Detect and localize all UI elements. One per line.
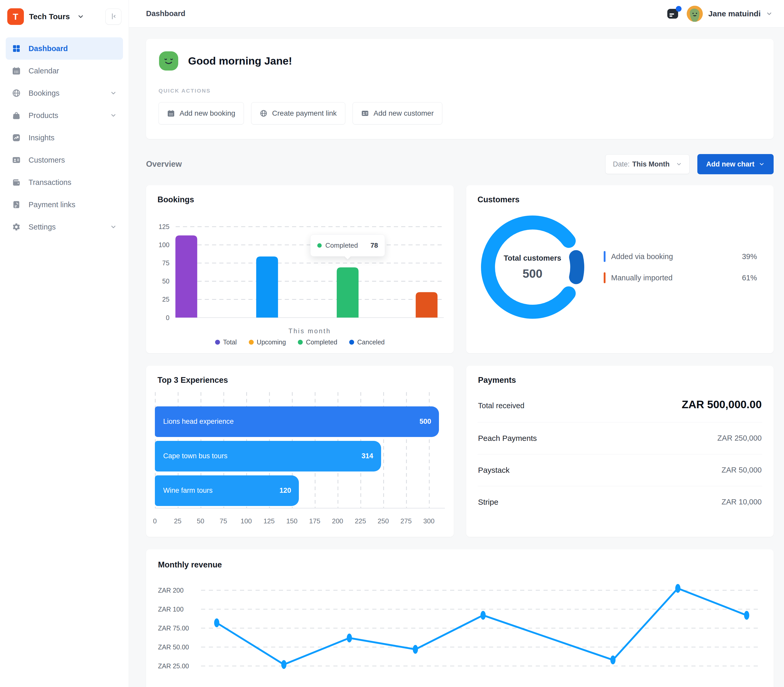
globe-icon [12, 89, 21, 97]
hbar-cape-town-bus-tours[interactable]: Cape town bus tours314 [155, 441, 381, 472]
hbar-label: Wine farm tours [155, 486, 213, 495]
monthly-revenue-card: Monthly revenue ZAR 200ZAR 100ZAR 75.00Z… [146, 549, 774, 687]
insights-icon [12, 133, 21, 142]
customers-card-title: Customers [475, 195, 765, 204]
legend-label: Added via booking [611, 252, 673, 261]
svg-text:ZAR 200: ZAR 200 [158, 587, 184, 594]
quick-action-label: Add new booking [180, 109, 235, 117]
legend-label: Total [223, 339, 237, 346]
provider-amount: ZAR 250,000 [717, 434, 762, 442]
x-tick-label: 150 [286, 517, 297, 525]
hbar-value: 314 [362, 452, 373, 460]
line-point[interactable] [347, 634, 352, 643]
greeting-title: Good morning Jane! [188, 55, 292, 67]
add-new-customer-button[interactable]: Add new customer [352, 102, 442, 125]
line-point[interactable] [214, 618, 219, 627]
avatar [687, 5, 703, 22]
line-point[interactable] [675, 584, 680, 593]
legend-item-completed: Completed [298, 339, 337, 346]
create-payment-link-button[interactable]: Create payment link [251, 102, 345, 125]
company-name: Tech Tours [29, 12, 70, 21]
svg-text:25: 25 [162, 296, 170, 303]
greeting-card: Good morning Jane! QUICK ACTIONS Add new… [146, 39, 774, 139]
sidebar-item-label: Products [28, 111, 58, 120]
sidebar-item-settings[interactable]: Settings [6, 216, 123, 238]
svg-text:75: 75 [162, 259, 170, 266]
x-tick-label: 225 [355, 517, 366, 525]
bar-completed[interactable] [337, 267, 359, 317]
user-name: Jane matuindi [708, 9, 761, 18]
line-point[interactable] [611, 655, 616, 664]
svg-text:50: 50 [162, 278, 170, 285]
sidebar-item-label: Calendar [28, 67, 59, 75]
date-filter-select[interactable]: Date: This Month [605, 154, 690, 174]
sidebar-collapse-button[interactable] [105, 8, 122, 25]
monthly-revenue-line-chart[interactable]: ZAR 200ZAR 100ZAR 75.00ZAR 50.00ZAR 25.0… [158, 581, 762, 687]
customers-donut-chart[interactable]: Total customers 500 [478, 213, 587, 322]
bookings-bar-chart[interactable]: 1251007550250This month Completed 78 [155, 209, 445, 339]
sidebar-item-transactions[interactable]: Transactions [6, 171, 123, 194]
customers-legend-item: Manually imported61% [604, 272, 757, 283]
legend-label: Canceled [357, 339, 385, 346]
id-card-icon [361, 109, 369, 117]
sidebar-item-customers[interactable]: Customers [6, 149, 123, 171]
quick-action-label: Add new customer [374, 109, 434, 117]
sidebar: T Tech Tours DashboardCalendarBookingsPr… [0, 0, 129, 687]
bar-upcoming[interactable] [256, 256, 278, 318]
x-tick-label: 200 [332, 517, 343, 525]
line-point[interactable] [281, 660, 287, 669]
bag-icon [12, 111, 21, 120]
chevron-down-icon [110, 224, 117, 230]
hbar-wine-farm-tours[interactable]: Wine farm tours120 [155, 475, 299, 506]
line-point[interactable] [744, 611, 749, 620]
legend-bar [604, 272, 606, 283]
svg-text:ZAR 50.00: ZAR 50.00 [158, 643, 189, 651]
provider-name: Peach Payments [478, 434, 537, 443]
legend-bar [604, 251, 606, 262]
x-tick-label: 250 [377, 517, 389, 525]
notifications-button[interactable] [666, 7, 680, 20]
overview-title: Overview [146, 159, 182, 169]
sidebar-item-payment-links[interactable]: Payment links [6, 194, 123, 216]
sidebar-item-label: Customers [28, 156, 65, 164]
x-tick-label: 50 [197, 517, 204, 525]
legend-dot [249, 340, 254, 345]
legend-item-total: Total [215, 339, 237, 346]
sidebar-item-calendar[interactable]: Calendar [6, 60, 123, 82]
add-new-booking-button[interactable]: Add new booking [158, 102, 244, 125]
bar-canceled[interactable] [416, 292, 437, 317]
svg-text:ZAR 75.00: ZAR 75.00 [158, 625, 189, 632]
legend-dot [215, 340, 220, 345]
sidebar-item-products[interactable]: Products [6, 104, 123, 127]
calendar-icon [12, 66, 21, 75]
legend-item-canceled: Canceled [349, 339, 385, 346]
bookings-legend: TotalUpcomingCompletedCanceled [155, 339, 445, 346]
globe-icon [260, 109, 267, 117]
receipt-icon [12, 200, 21, 209]
sidebar-item-insights[interactable]: Insights [6, 127, 123, 149]
top-experiences-bar-chart[interactable]: 0255075100125150175200225250275300 Lions… [155, 392, 445, 529]
page-title: Dashboard [146, 9, 185, 18]
legend-value: 39% [742, 252, 757, 261]
quick-action-label: Create payment link [272, 109, 337, 117]
smiley-avatar-icon [158, 51, 179, 71]
user-menu[interactable]: Jane matuindi [687, 5, 772, 22]
provider-name: Paystack [478, 466, 510, 475]
sidebar-item-bookings[interactable]: Bookings [6, 82, 123, 104]
sidebar-item-dashboard[interactable]: Dashboard [6, 37, 123, 60]
add-new-chart-button[interactable]: Add new chart [697, 154, 774, 174]
tooltip-series-dot [317, 243, 322, 248]
chevron-down-icon [110, 90, 117, 97]
line-point[interactable] [481, 611, 486, 620]
donut-center-label: Total customers [504, 254, 562, 263]
legend-label: Completed [306, 339, 337, 346]
hbar-lions-head-experience[interactable]: Lions head experience500 [155, 406, 439, 437]
x-tick-label: 275 [400, 517, 412, 525]
workspace-switcher[interactable]: T Tech Tours [6, 7, 123, 26]
bar-total[interactable] [175, 235, 197, 318]
svg-text:ZAR 100: ZAR 100 [158, 606, 184, 613]
sidebar-item-label: Insights [28, 133, 54, 142]
x-tick-label: 75 [220, 517, 227, 525]
line-point[interactable] [413, 645, 418, 654]
legend-dot [349, 340, 354, 345]
